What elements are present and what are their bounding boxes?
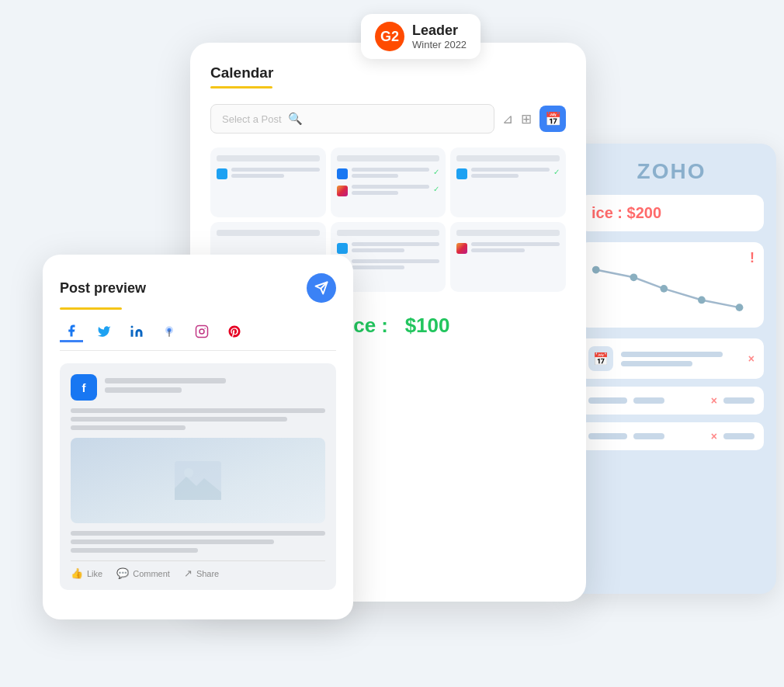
fb-comment-button[interactable]: 💬 Comment — [116, 567, 170, 579]
cal-cell-header-5 — [337, 230, 440, 236]
svg-point-12 — [184, 468, 193, 477]
price-value: $100 — [405, 314, 450, 337]
fb-like-button[interactable]: 👍 Like — [71, 567, 102, 579]
image-placeholder-icon — [175, 461, 221, 500]
preview-header: Post preview — [60, 273, 336, 303]
send-button[interactable] — [307, 273, 336, 303]
share-icon: ↗ — [184, 567, 193, 579]
g2-winter-label: Winter 2022 — [412, 39, 467, 50]
svg-point-0 — [592, 266, 600, 274]
fb-name-line-1 — [105, 378, 226, 383]
cal-post-1 — [217, 168, 320, 180]
cal-line — [352, 185, 430, 189]
zoho-close-icon-2[interactable]: × — [711, 394, 717, 407]
cal-line — [471, 248, 524, 252]
zoho-row-lines — [621, 352, 741, 366]
cal-cell-header-3 — [456, 155, 560, 161]
svg-point-3 — [698, 297, 706, 304]
twitter-icon-2 — [456, 168, 467, 179]
cal-line — [352, 259, 440, 263]
check-icon-3: ✓ — [553, 168, 560, 176]
tab-facebook[interactable] — [60, 321, 83, 342]
zoho-close-icon[interactable]: × — [748, 352, 755, 365]
comment-icon: 💬 — [116, 567, 129, 579]
calendar-view-icon[interactable]: 📅 — [539, 106, 566, 132]
cal-post-7 — [456, 242, 560, 255]
cal-post-lines-2 — [352, 168, 430, 180]
cal-line — [352, 248, 404, 252]
calendar-underline — [210, 86, 272, 88]
fb-name-line-2 — [105, 387, 182, 393]
fb-post-header: f — [71, 374, 325, 401]
twitter-icon-1 — [217, 168, 227, 179]
check-icon-2: ✓ — [433, 185, 439, 193]
zoho-close-icon-3[interactable]: × — [711, 430, 717, 442]
cal-cell-header-4 — [217, 230, 320, 236]
instagram-icon-2 — [456, 243, 467, 254]
cal-line — [352, 265, 404, 269]
cal-cell-header-1 — [217, 155, 320, 161]
tab-google-maps[interactable] — [158, 321, 181, 342]
post-preview-card: Post preview — [43, 255, 353, 619]
instagram-icon-1 — [337, 186, 348, 196]
g2-text: Leader Winter 2022 — [412, 23, 467, 50]
like-icon: 👍 — [71, 567, 83, 579]
zoho-block-3 — [723, 397, 755, 404]
calendar-search-box[interactable]: Select a Post 🔍 — [210, 104, 494, 134]
svg-rect-8 — [196, 326, 208, 338]
cal-post-2: ✓ — [337, 168, 440, 180]
tab-twitter[interactable] — [92, 321, 116, 342]
filter-icon[interactable]: ⊿ — [502, 111, 513, 127]
comment-label: Comment — [133, 569, 170, 578]
cal-line — [471, 168, 550, 172]
cal-line — [231, 174, 284, 178]
zoho-line-chart — [588, 252, 755, 318]
cal-post-5 — [337, 242, 440, 255]
zoho-row-1: 📅 × — [579, 338, 764, 379]
zoho-bottom-rows: × × — [579, 387, 764, 450]
cal-line — [352, 191, 398, 195]
cal-line — [352, 168, 430, 172]
zoho-calendar-icon: 📅 — [588, 346, 613, 371]
tab-instagram[interactable] — [190, 321, 213, 342]
send-icon — [314, 281, 328, 295]
calendar-search-row: Select a Post 🔍 ⊿ ⊞ 📅 — [210, 104, 566, 134]
tab-linkedin[interactable] — [125, 321, 148, 342]
cal-post-lines-3 — [352, 185, 430, 197]
twitter-icon-3 — [337, 243, 348, 254]
facebook-icon-2 — [337, 168, 348, 179]
fb-post-text — [71, 408, 325, 430]
check-icon-1: ✓ — [433, 168, 439, 176]
facebook-post-preview: f 👍 Like — [60, 363, 336, 590]
fb-post-actions: 👍 Like 💬 Comment ↗ Share — [71, 560, 325, 579]
cal-line — [231, 168, 320, 172]
cal-post-lines-6 — [352, 259, 440, 272]
cal-post-lines-7 — [471, 242, 560, 255]
cal-line — [352, 174, 398, 178]
zoho-line-2 — [621, 361, 692, 366]
zoho-bottom-row-2: × — [579, 422, 764, 450]
zoho-bottom-row-1: × — [579, 387, 764, 415]
zoho-block-2 — [633, 397, 664, 404]
preview-title: Post preview — [60, 280, 146, 297]
g2-logo: G2 — [375, 22, 404, 51]
svg-point-10 — [204, 328, 206, 329]
cal-post-lines-1 — [231, 168, 320, 180]
fb-share-button[interactable]: ↗ Share — [184, 567, 219, 579]
settings-sliders-icon[interactable]: ⊞ — [521, 111, 532, 127]
search-placeholder-text: Select a Post — [222, 113, 282, 125]
svg-point-2 — [660, 285, 668, 293]
fb-avatar: f — [71, 374, 97, 401]
tab-pinterest[interactable] — [223, 321, 246, 342]
fb-post-name — [105, 378, 325, 397]
cal-line — [471, 242, 560, 246]
zoho-exclaim-icon: ! — [750, 250, 755, 266]
cal-cell-1 — [210, 147, 326, 217]
fb-bottom-line-3 — [71, 548, 198, 553]
cal-post-4: ✓ — [456, 168, 560, 180]
like-label: Like — [87, 569, 102, 578]
svg-point-9 — [199, 329, 204, 334]
zoho-block-5 — [633, 433, 664, 439]
g2-badge: G2 Leader Winter 2022 — [361, 14, 480, 59]
zoho-block-6 — [723, 433, 755, 439]
